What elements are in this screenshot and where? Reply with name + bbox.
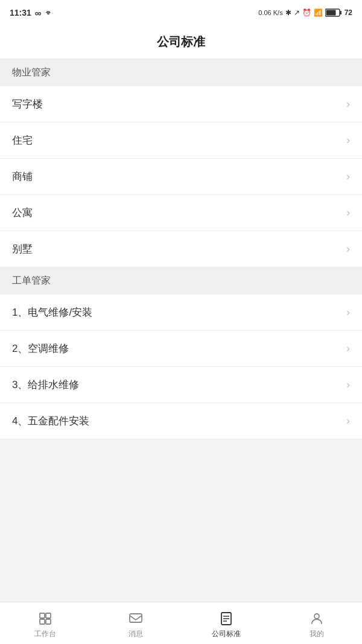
item-office-label: 写字楼	[12, 97, 43, 111]
section-property: 物业管家	[0, 59, 362, 86]
tab-profile-label: 我的	[310, 629, 324, 639]
signal-icon: ↗	[294, 8, 300, 17]
tab-standards[interactable]: 公司标准	[181, 602, 272, 644]
list-container: 物业管家 写字楼 › 住宅 › 商铺 › 公寓 › 别墅 › 工单管家 1、电气…	[0, 59, 362, 602]
chevron-icon: ›	[346, 243, 350, 255]
item-villa[interactable]: 别墅 ›	[0, 231, 362, 267]
item-residential-label: 住宅	[12, 133, 33, 147]
chevron-icon: ›	[346, 98, 350, 110]
svg-rect-7	[130, 614, 142, 622]
tab-message[interactable]: 消息	[91, 602, 181, 644]
item-aircon-label: 2、空调维修	[12, 342, 69, 355]
svg-rect-4	[46, 613, 51, 618]
standards-icon	[218, 611, 234, 626]
status-bar: 11:31 ∞ ᯤ 0.06 K/s ✱ ↗ ⏰ 📶 72	[0, 0, 362, 25]
chevron-icon: ›	[346, 342, 350, 355]
svg-rect-6	[46, 619, 51, 624]
battery-percent: 72	[345, 8, 352, 17]
item-villa-label: 别墅	[12, 242, 33, 256]
item-electrical-label: 1、电气维修/安装	[12, 305, 92, 319]
item-plumbing[interactable]: 3、给排水维修 ›	[0, 367, 362, 403]
svg-rect-1	[340, 11, 341, 14]
item-hardware-label: 4、五金配件安装	[12, 414, 89, 428]
svg-point-12	[314, 614, 319, 619]
chevron-icon: ›	[346, 415, 350, 427]
profile-icon	[309, 611, 325, 626]
tab-workbench[interactable]: 工作台	[0, 602, 91, 644]
tab-standards-label: 公司标准	[212, 629, 241, 639]
tab-bar: 工作台 消息 公司标准 我的	[0, 602, 362, 644]
bluetooth-icon: ✱	[285, 8, 291, 17]
page-header: 公司标准	[0, 25, 362, 59]
status-time: 11:31 ∞ ᯤ	[10, 8, 53, 18]
page-title: 公司标准	[157, 35, 205, 48]
chevron-icon: ›	[346, 378, 350, 391]
item-hardware[interactable]: 4、五金配件安装 ›	[0, 403, 362, 439]
item-apartment[interactable]: 公寓 ›	[0, 195, 362, 231]
chevron-icon: ›	[346, 134, 350, 147]
time-display: 11:31	[10, 8, 31, 18]
item-residential[interactable]: 住宅 ›	[0, 123, 362, 159]
svg-rect-5	[40, 619, 45, 624]
wifi-icon: 📶	[314, 8, 323, 17]
chevron-icon: ›	[346, 306, 350, 319]
chevron-icon: ›	[346, 206, 350, 219]
item-shop[interactable]: 商铺 ›	[0, 159, 362, 195]
svg-rect-2	[326, 10, 335, 16]
item-electrical[interactable]: 1、电气维修/安装 ›	[0, 295, 362, 331]
section-workorder: 工单管家	[0, 267, 362, 295]
item-office[interactable]: 写字楼 ›	[0, 86, 362, 123]
infinity-icon: ∞	[35, 8, 42, 18]
svg-rect-3	[40, 613, 45, 618]
workbench-icon	[37, 611, 53, 626]
alarm-icon: ⏰	[302, 8, 311, 17]
item-aircon[interactable]: 2、空调维修 ›	[0, 331, 362, 367]
message-icon	[128, 611, 144, 626]
status-right-area: 0.06 K/s ✱ ↗ ⏰ 📶 72	[258, 8, 352, 17]
item-apartment-label: 公寓	[12, 206, 33, 220]
chevron-icon: ›	[346, 170, 350, 183]
network-speed: 0.06 K/s	[258, 9, 282, 16]
tab-profile[interactable]: 我的	[272, 602, 362, 644]
item-plumbing-label: 3、给排水维修	[12, 378, 79, 392]
item-shop-label: 商铺	[12, 170, 33, 183]
tab-workbench-label: 工作台	[34, 629, 56, 639]
battery-icon	[325, 8, 342, 17]
tab-message-label: 消息	[129, 629, 143, 639]
user-icon: ᯤ	[45, 8, 53, 18]
